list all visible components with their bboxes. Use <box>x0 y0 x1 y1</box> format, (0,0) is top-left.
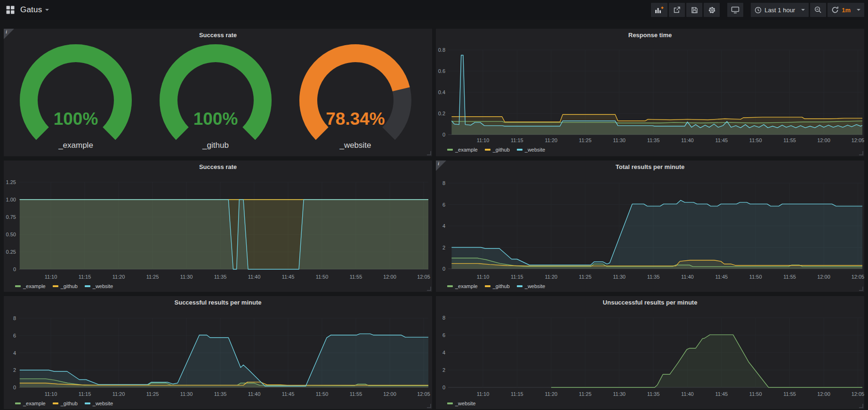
svg-text:11:30: 11:30 <box>180 274 193 280</box>
chevron-down-icon <box>801 9 805 11</box>
svg-text:0.6: 0.6 <box>438 68 445 74</box>
svg-text:12:00: 12:00 <box>817 137 830 143</box>
refresh-icon <box>831 6 839 14</box>
series-color-dash <box>15 402 21 404</box>
panel-resize-handle[interactable] <box>859 287 863 291</box>
svg-text:11:20: 11:20 <box>113 391 125 397</box>
svg-text:100%: 100% <box>54 109 98 129</box>
panel-title[interactable]: Successful results per minute <box>4 296 432 309</box>
settings-button[interactable] <box>704 3 720 17</box>
share-button[interactable] <box>669 3 685 17</box>
svg-text:11:40: 11:40 <box>248 391 261 397</box>
info-icon[interactable]: i <box>4 29 14 39</box>
panel-resize-handle[interactable] <box>859 151 863 155</box>
chevron-down-icon <box>45 9 49 11</box>
svg-text:12:05: 12:05 <box>852 274 864 280</box>
legend-item[interactable]: _example <box>447 147 478 153</box>
tv-mode-button[interactable] <box>727 3 743 17</box>
panel-resize-handle[interactable] <box>427 404 431 408</box>
svg-text:0: 0 <box>13 385 16 390</box>
response-time-chart[interactable]: 00.20.40.60.811:1011:1511:2011:2511:3011… <box>436 29 864 156</box>
svg-text:11:40: 11:40 <box>248 274 261 280</box>
clock-icon <box>755 7 762 14</box>
time-range-picker[interactable]: Last 1 hour <box>751 3 809 17</box>
legend-item[interactable]: _website <box>517 283 545 289</box>
series-color-dash <box>85 402 90 404</box>
svg-text:12:05: 12:05 <box>417 274 430 280</box>
refresh-button[interactable]: 1m <box>828 3 864 17</box>
add-panel-icon <box>655 6 664 14</box>
chart-legend: _example_github_website <box>447 283 545 289</box>
svg-text:4: 4 <box>442 350 445 355</box>
legend-item[interactable]: _github <box>53 283 78 289</box>
info-icon[interactable]: i <box>436 161 446 171</box>
legend-item[interactable]: _example <box>447 283 478 289</box>
legend-item[interactable]: _example <box>15 401 46 406</box>
panel-resize-handle[interactable] <box>427 151 431 155</box>
panel-title[interactable]: Success rate <box>4 161 432 173</box>
svg-text:11:55: 11:55 <box>350 274 362 280</box>
svg-text:2: 2 <box>442 245 445 250</box>
svg-text:1.25: 1.25 <box>6 179 16 185</box>
chevron-down-icon <box>857 9 860 11</box>
svg-text:_github: _github <box>202 141 229 150</box>
legend-item[interactable]: _github <box>485 283 510 289</box>
zoom-out-button[interactable] <box>810 3 826 17</box>
svg-text:11:15: 11:15 <box>511 391 523 397</box>
svg-text:2: 2 <box>442 367 445 373</box>
panel-resize-handle[interactable] <box>427 287 431 291</box>
panel-title[interactable]: Response time <box>436 29 864 41</box>
panel-title[interactable]: Success rate <box>4 29 432 41</box>
svg-text:12:05: 12:05 <box>852 391 864 397</box>
svg-text:6: 6 <box>13 333 16 338</box>
svg-text:11:45: 11:45 <box>715 274 728 280</box>
svg-text:4: 4 <box>442 223 445 229</box>
svg-text:12:05: 12:05 <box>852 137 864 143</box>
total-results-chart[interactable]: 0246811:1011:1511:2011:2511:3011:3511:40… <box>436 161 864 292</box>
dashboard-title-button[interactable]: Gatus <box>20 5 49 15</box>
svg-text:0: 0 <box>442 266 445 272</box>
panel-title[interactable]: Unsuccessful results per minute <box>436 296 864 309</box>
success-rate-graph-chart[interactable]: 00.250.500.751.001.2511:1011:1511:2011:2… <box>4 161 432 292</box>
svg-text:11:40: 11:40 <box>681 391 694 397</box>
add-panel-button[interactable] <box>651 3 667 17</box>
panel-title[interactable]: Total results per minute <box>436 161 864 173</box>
legend-item[interactable]: _github <box>53 401 78 406</box>
dashboard-title: Gatus <box>20 5 42 15</box>
legend-label: _website <box>525 147 545 153</box>
legend-item[interactable]: _website <box>85 401 113 406</box>
legend-item[interactable]: _github <box>485 147 510 153</box>
grafana-logo-icon[interactable] <box>6 5 15 15</box>
svg-text:0.25: 0.25 <box>6 249 16 255</box>
legend-label: _website <box>455 401 475 406</box>
svg-text:11:15: 11:15 <box>511 274 523 280</box>
refresh-interval-label[interactable]: 1m <box>842 7 851 14</box>
legend-label: _website <box>93 283 113 289</box>
svg-text:11:25: 11:25 <box>579 137 592 143</box>
svg-text:6: 6 <box>442 202 445 208</box>
svg-text:0.8: 0.8 <box>438 47 445 53</box>
svg-text:11:55: 11:55 <box>350 391 362 397</box>
legend-item[interactable]: _website <box>517 147 545 153</box>
legend-label: _github <box>493 283 510 289</box>
panel-resize-handle[interactable] <box>859 404 863 408</box>
svg-text:0.75: 0.75 <box>6 214 16 220</box>
successful-results-chart[interactable]: 0246811:1011:1511:2011:2511:3011:3511:40… <box>4 296 432 409</box>
svg-text:11:25: 11:25 <box>146 391 159 397</box>
svg-text:11:20: 11:20 <box>545 137 557 143</box>
svg-text:11:45: 11:45 <box>282 391 295 397</box>
svg-text:11:40: 11:40 <box>681 274 694 280</box>
legend-label: _example <box>455 147 478 153</box>
svg-text:11:10: 11:10 <box>477 137 490 143</box>
legend-item[interactable]: _website <box>447 401 475 406</box>
legend-item[interactable]: _website <box>85 283 113 289</box>
success-rate-gauges-chart[interactable]: 100%_example100%_github78.34%_website <box>4 29 432 156</box>
time-range-label: Last 1 hour <box>764 7 795 14</box>
unsuccessful-results-chart[interactable]: 0246811:1011:1511:2011:2511:3011:3511:40… <box>436 296 864 409</box>
svg-text:11:35: 11:35 <box>214 391 227 397</box>
svg-text:11:35: 11:35 <box>647 137 660 143</box>
svg-text:11:50: 11:50 <box>749 137 762 143</box>
save-button[interactable] <box>686 3 702 17</box>
legend-item[interactable]: _example <box>15 283 46 289</box>
legend-label: _example <box>23 283 46 289</box>
